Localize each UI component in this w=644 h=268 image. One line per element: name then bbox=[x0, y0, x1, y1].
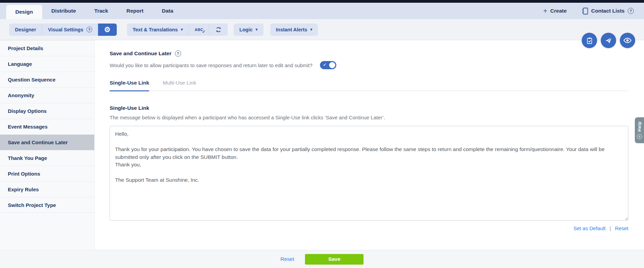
visual-settings-help-icon[interactable]: ? bbox=[86, 27, 92, 32]
set-as-default-link[interactable]: Set as Default bbox=[574, 225, 606, 231]
section-title: Single-Use Link bbox=[110, 105, 628, 111]
chevron-down-icon: ▾ bbox=[181, 27, 183, 32]
eye-icon bbox=[623, 36, 632, 45]
paper-plane-icon bbox=[605, 36, 612, 44]
page-title-row: Save and Continue Later ? bbox=[110, 50, 628, 57]
sidebar-item-expiry-rules[interactable]: Expiry Rules bbox=[0, 181, 94, 197]
check-icon: ✓ bbox=[323, 62, 326, 67]
preview-button[interactable] bbox=[620, 33, 635, 48]
contact-lists-button[interactable]: Contact Lists ? bbox=[582, 8, 634, 15]
logic-label: Logic bbox=[239, 27, 253, 32]
spellcheck-button[interactable]: ABC ✓ bbox=[189, 24, 209, 36]
create-button[interactable]: + Create bbox=[543, 8, 567, 14]
create-label: Create bbox=[550, 8, 567, 14]
instant-alerts-dropdown[interactable]: Instant Alerts ▾ bbox=[270, 24, 318, 36]
instant-alerts-group: Instant Alerts ▾ bbox=[270, 24, 318, 36]
nav-tab-distribute[interactable]: Distribute bbox=[42, 3, 85, 19]
sidebar-item-question-sequence[interactable]: Question Sequence bbox=[0, 72, 94, 87]
plus-icon: + bbox=[543, 8, 547, 14]
settings-gear-button[interactable]: ⚙ bbox=[98, 24, 117, 36]
notebook-icon bbox=[582, 8, 588, 15]
contact-lists-help-icon[interactable]: ? bbox=[628, 8, 634, 14]
designer-label: Designer bbox=[15, 27, 36, 32]
check-icon: ✓ bbox=[202, 29, 206, 34]
nav-tab-track[interactable]: Track bbox=[85, 3, 117, 19]
main-content: Save and Continue Later ? Would you like… bbox=[95, 40, 644, 250]
nav-tab-design[interactable]: Design bbox=[6, 5, 42, 19]
sidebar-item-display-options[interactable]: Display Options bbox=[0, 103, 94, 119]
gear-icon: ⚙ bbox=[104, 26, 111, 33]
textarea-links-row: Set as Default | Reset bbox=[110, 225, 628, 231]
chevron-down-icon: ▾ bbox=[310, 27, 312, 32]
link-separator: | bbox=[610, 225, 611, 231]
floating-action-buttons bbox=[582, 33, 635, 48]
text-translations-label: Text & Translations bbox=[133, 27, 178, 32]
toggle-knob bbox=[329, 62, 335, 68]
sidebar-item-event-messages[interactable]: Event Messages bbox=[0, 119, 94, 134]
logic-group: Logic ▾ bbox=[234, 24, 263, 36]
instant-alerts-label: Instant Alerts bbox=[276, 27, 307, 32]
clipboard-check-icon bbox=[586, 37, 593, 44]
section-description: The message below is displayed when a pa… bbox=[110, 115, 628, 120]
help-label: Help bbox=[637, 121, 642, 132]
sidebar-item-language[interactable]: Language bbox=[0, 56, 94, 72]
sidebar-item-thank-you-page[interactable]: Thank You Page bbox=[0, 150, 94, 166]
navbar-right-actions: + Create Contact Lists ? bbox=[543, 3, 644, 19]
sync-refresh-icon bbox=[215, 26, 222, 33]
sidebar-item-anonymity[interactable]: Anonymity bbox=[0, 87, 94, 103]
reset-message-link[interactable]: Reset bbox=[615, 225, 628, 231]
send-survey-button[interactable] bbox=[601, 33, 616, 48]
settings-sidebar: Project Details Language Question Sequen… bbox=[0, 40, 95, 250]
tab-multi-use-link[interactable]: Multi-Use Link bbox=[163, 80, 196, 91]
designer-button[interactable]: Designer bbox=[9, 24, 42, 36]
text-tools-group: Text & Translations ▾ ABC ✓ bbox=[127, 24, 228, 36]
save-continue-toggle[interactable]: ✓ bbox=[320, 61, 336, 69]
spellcheck-abc-icon: ABC ✓ bbox=[195, 28, 203, 32]
nav-tab-report[interactable]: Report bbox=[117, 3, 153, 19]
main-navigation: Design Distribute Track Report Data + Cr… bbox=[0, 3, 644, 19]
nav-tab-data[interactable]: Data bbox=[153, 3, 183, 19]
page-description: Would you like to allow participants to … bbox=[110, 62, 312, 68]
visual-settings-label: Visual Settings bbox=[48, 27, 83, 32]
save-button[interactable]: Save bbox=[305, 254, 364, 265]
text-translations-dropdown[interactable]: Text & Translations ▾ bbox=[127, 24, 189, 36]
visual-settings-button[interactable]: Visual Settings ? bbox=[42, 24, 98, 36]
sidebar-item-save-and-continue-later[interactable]: Save and Continue Later bbox=[0, 134, 94, 150]
chevron-down-icon: ▾ bbox=[256, 27, 258, 32]
link-type-tabs: Single-Use Link Multi-Use Link bbox=[110, 80, 628, 91]
survey-check-button[interactable] bbox=[582, 33, 597, 48]
logic-dropdown[interactable]: Logic ▾ bbox=[234, 24, 263, 36]
sidebar-item-project-details[interactable]: Project Details bbox=[0, 40, 94, 56]
sidebar-item-print-options[interactable]: Print Options bbox=[0, 166, 94, 181]
description-row: Would you like to allow participants to … bbox=[110, 61, 628, 69]
app-window: Design Distribute Track Report Data + Cr… bbox=[0, 0, 644, 268]
tab-single-use-link[interactable]: Single-Use Link bbox=[110, 80, 149, 91]
save-message-textarea[interactable]: Hello, Thank you for your participation.… bbox=[110, 126, 628, 221]
sidebar-item-switch-project-type[interactable]: Switch Project Type bbox=[0, 197, 94, 213]
footer-action-bar: Reset Save bbox=[0, 250, 644, 268]
designer-settings-group: Designer Visual Settings ? ⚙ bbox=[9, 24, 117, 36]
help-question-icon: ? bbox=[637, 134, 642, 139]
sync-button[interactable] bbox=[209, 24, 228, 36]
help-tab[interactable]: Help ? bbox=[635, 117, 644, 143]
contact-lists-label: Contact Lists bbox=[591, 8, 625, 14]
design-toolbar: Designer Visual Settings ? ⚙ Text & Tran… bbox=[0, 19, 644, 40]
page-title: Save and Continue Later bbox=[110, 50, 172, 57]
top-dark-strip bbox=[0, 0, 644, 3]
page-title-help-icon[interactable]: ? bbox=[175, 50, 181, 57]
footer-reset-link[interactable]: Reset bbox=[280, 256, 294, 262]
